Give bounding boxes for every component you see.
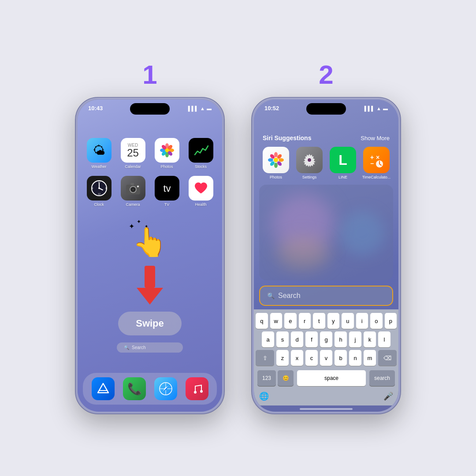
step-1-number: 1	[142, 62, 157, 88]
dock-safari[interactable]	[154, 377, 177, 400]
key-shift[interactable]: ⇧	[256, 350, 274, 366]
key-p[interactable]: p	[385, 313, 397, 329]
status-icons-1: ▌▌▌ ▲ ▬	[188, 106, 212, 111]
key-emoji[interactable]: 😊	[278, 370, 294, 386]
dock: 📞	[83, 373, 217, 405]
key-w[interactable]: w	[270, 313, 283, 329]
calendar-icon: WED 25	[121, 138, 145, 163]
svg-text:−: −	[370, 160, 374, 167]
svg-text:12: 12	[98, 181, 100, 183]
keyboard-icons-row: 🌐 🎤	[256, 390, 397, 404]
key-u[interactable]: u	[342, 313, 354, 329]
siri-settings-label: Settings	[302, 175, 317, 179]
signal-icon-2: ▌▌▌	[364, 106, 375, 111]
key-f[interactable]: f	[305, 331, 318, 347]
weather-label: Weather	[92, 164, 107, 169]
status-time-2: 10:52	[264, 105, 279, 112]
key-m[interactable]: m	[364, 350, 376, 366]
key-x[interactable]: x	[291, 350, 303, 366]
search-icon-main: 🔍	[267, 292, 275, 299]
main-container: 1 10:43 ▌▌▌ ▲ ▬	[0, 0, 476, 476]
app-weather[interactable]: 🌤 Weather	[86, 138, 112, 169]
key-t[interactable]: t	[313, 313, 325, 329]
photos-icon	[155, 138, 179, 163]
search-bar-small[interactable]: 🔍 Search	[117, 342, 183, 353]
arrow-shaft	[145, 266, 155, 288]
siri-timecalc-icon: + × −	[363, 147, 390, 173]
key-q[interactable]: q	[256, 313, 268, 329]
dock-appstore[interactable]	[92, 377, 115, 400]
key-g[interactable]: g	[320, 331, 332, 347]
svg-point-34	[274, 163, 278, 168]
home-indicator-2	[300, 408, 353, 410]
key-o[interactable]: o	[370, 313, 383, 329]
search-bar-main[interactable]: 🔍 Search	[259, 286, 393, 306]
camera-icon	[121, 176, 145, 201]
arrow-head	[137, 288, 163, 305]
key-v[interactable]: v	[320, 350, 332, 366]
health-label: Health	[195, 202, 206, 207]
key-space[interactable]: space	[297, 370, 366, 386]
battery-icon-2: ▬	[383, 106, 388, 111]
swipe-button[interactable]: Swipe	[118, 312, 182, 335]
weather-icon: 🌤	[87, 138, 112, 163]
dock-music[interactable]	[186, 377, 208, 400]
wifi-icon-2: ▲	[376, 106, 381, 111]
step-2: 2 10:52 ▌▌▌ ▲ ▬	[251, 62, 401, 414]
key-i[interactable]: i	[356, 313, 368, 329]
keyboard-row-2: a s d f g h j k l	[256, 331, 397, 347]
calendar-label: Calendar	[125, 164, 141, 169]
key-r[interactable]: r	[299, 313, 311, 329]
key-search[interactable]: search	[369, 370, 395, 386]
siri-line-icon: L	[330, 147, 356, 173]
key-k[interactable]: k	[364, 331, 376, 347]
keyboard-bottom-row: 123 😊 space search	[256, 368, 397, 390]
key-y[interactable]: y	[327, 313, 340, 329]
siri-suggestions-label: Siri Suggestions	[263, 134, 311, 141]
app-health[interactable]: Health	[187, 176, 214, 207]
key-e[interactable]: e	[284, 313, 297, 329]
show-more-button[interactable]: Show More	[361, 135, 390, 141]
search-text-small: Search	[132, 345, 146, 350]
svg-point-31	[200, 390, 203, 393]
key-a[interactable]: a	[262, 331, 274, 347]
pointer-hand-icon: 👆	[132, 226, 167, 258]
siri-app-line[interactable]: L LINE	[328, 147, 358, 179]
app-photos[interactable]: Photos	[153, 138, 180, 169]
svg-text:9: 9	[92, 187, 93, 190]
camera-label: Camera	[126, 202, 140, 207]
app-camera[interactable]: Camera	[119, 176, 146, 207]
key-j[interactable]: j	[349, 331, 361, 347]
app-grid-1: 🌤 Weather WED 25 Calendar	[78, 112, 222, 214]
app-clock[interactable]: 12 12 3 9 Clock	[86, 176, 112, 207]
globe-icon[interactable]: 🌐	[259, 391, 269, 401]
key-h[interactable]: h	[335, 331, 347, 347]
clock-label: Clock	[94, 202, 104, 207]
siri-apps-row: Photos Settings	[254, 147, 398, 185]
key-n[interactable]: n	[349, 350, 361, 366]
key-d[interactable]: d	[291, 331, 303, 347]
svg-point-20	[132, 189, 134, 190]
key-numbers[interactable]: 123	[257, 370, 276, 386]
key-s[interactable]: s	[276, 331, 289, 347]
down-arrow	[137, 266, 163, 305]
siri-app-settings[interactable]: Settings	[294, 147, 324, 179]
dynamic-island-2	[306, 103, 346, 115]
signal-icon: ▌▌▌	[188, 106, 198, 111]
key-delete[interactable]: ⌫	[378, 350, 397, 366]
app-stocks[interactable]: Stocks	[187, 138, 214, 169]
line-text-icon: L	[338, 147, 347, 173]
key-l[interactable]: l	[378, 331, 390, 347]
key-c[interactable]: c	[305, 350, 318, 366]
mic-icon[interactable]: 🎤	[383, 391, 393, 401]
key-b[interactable]: b	[335, 350, 347, 366]
key-z[interactable]: z	[276, 350, 289, 366]
dock-phone[interactable]: 📞	[123, 377, 146, 400]
step-1: 1 10:43 ▌▌▌ ▲ ▬	[75, 62, 225, 414]
app-tv[interactable]: tv TV	[153, 176, 180, 207]
siri-app-timecalc[interactable]: + × − TimeCalculato...	[361, 147, 391, 179]
phone-2-inner: 10:52 ▌▌▌ ▲ ▬ Siri Suggestions Show More	[254, 100, 398, 412]
app-calendar[interactable]: WED 25 Calendar	[119, 138, 146, 169]
siri-app-photos[interactable]: Photos	[261, 147, 291, 179]
phone-2: 10:52 ▌▌▌ ▲ ▬ Siri Suggestions Show More	[251, 97, 401, 414]
